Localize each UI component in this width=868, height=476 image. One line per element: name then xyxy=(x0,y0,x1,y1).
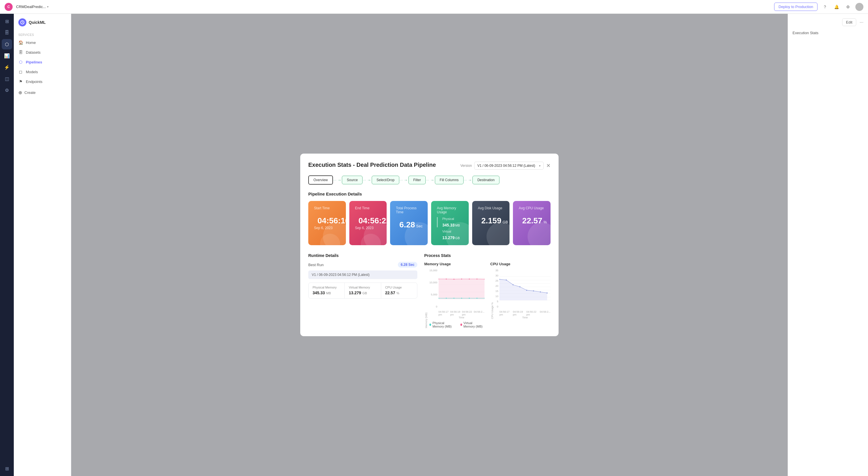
card-decor-cpu xyxy=(528,222,551,245)
physical-mem-row: Physical xyxy=(442,217,460,220)
stat-cards: Start Time 04:56:16 PM Sep 6, 2023 End T… xyxy=(308,201,551,245)
sidebar-icon-layers[interactable]: ◫ xyxy=(2,73,12,84)
step-connector-4: ··· xyxy=(426,179,429,182)
card-start-label: Start Time xyxy=(314,206,340,210)
gear-icon[interactable]: ⚙ xyxy=(844,3,852,11)
bell-icon[interactable]: 🔔 xyxy=(832,3,840,11)
quickml-logo xyxy=(19,19,26,26)
process-stats-title: Process Stats xyxy=(424,253,551,258)
legend-physical-label: Physical Memory (MB) xyxy=(433,321,456,328)
metric-physical-value-row: 345.33 MB xyxy=(313,290,340,295)
sidebar-item-datasets[interactable]: 🗄 Datasets xyxy=(14,48,71,57)
runtime-title: Runtime Details xyxy=(308,253,417,258)
svg-point-16 xyxy=(469,298,470,299)
legend-virtual-label: Virtual Memory (MB) xyxy=(464,321,485,328)
topbar-icons: ? 🔔 ⚙ xyxy=(821,3,863,11)
sidebar-icon-pipeline[interactable]: ⬡ xyxy=(2,39,12,49)
metrics-row: Physical Memory 345.33 MB Virtual Memory… xyxy=(308,282,417,299)
version-badge: V1 / 06-09-2023 04:56:12 PM (Latest) xyxy=(308,270,417,279)
execution-stats-modal: Execution Stats - Deal Prediction Data P… xyxy=(300,154,559,336)
user-avatar[interactable] xyxy=(856,3,863,11)
sidebar-icon-database[interactable]: 🗄 xyxy=(2,28,12,38)
sidebar-icon-analytics[interactable]: 📊 xyxy=(2,51,12,61)
metric-physical-value: 345.33 xyxy=(313,291,325,295)
metric-virtual: Virtual Memory 13.279 GB xyxy=(345,283,381,298)
card-memory-label: Avg Memory Usage xyxy=(437,206,463,214)
metric-physical: Physical Memory 345.33 MB xyxy=(309,283,345,298)
svg-point-29 xyxy=(513,284,514,286)
mem-x-label-2: 04:56:19 pm xyxy=(451,310,462,316)
cpu-x-axis-label: Time xyxy=(499,316,551,319)
card-cpu: Avg CPU Usage 22.57 % xyxy=(513,201,551,245)
step-destination[interactable]: Destination xyxy=(472,176,499,184)
main-layout: ⊞ 🗄 ⬡ 📊 ⚡ ◫ ⚙ ⊞ QuickML Services 🏠 Home … xyxy=(0,14,868,476)
card-decor-disk xyxy=(487,222,509,245)
svg-point-14 xyxy=(453,298,454,299)
svg-point-6 xyxy=(446,278,446,279)
cpu-chart-with-y: 35 30 25 20 15 10 5 0 xyxy=(495,268,551,319)
plus-icon: ⊕ xyxy=(19,90,22,95)
sidebar-icon-grid[interactable]: ⊞ xyxy=(2,16,12,26)
sidebar-icon-create[interactable]: ⊞ xyxy=(2,464,12,474)
modal-header: Execution Stats - Deal Prediction Data P… xyxy=(308,161,551,170)
memory-chart-area: Memory (MB) 15,000 10,000 5,000 0 xyxy=(424,268,485,328)
sidebar-item-home[interactable]: 🏠 Home xyxy=(14,38,71,48)
sidebar-item-pipelines[interactable]: ⬡ Pipelines xyxy=(14,57,71,67)
pipeline-steps: Overview ··· → Source ··· → Select/Drop … xyxy=(308,175,551,185)
chevron-down-icon[interactable]: ▾ xyxy=(47,5,49,8)
services-label: Services xyxy=(14,31,71,38)
card-memory: Avg Memory Usage Physical 345.33 MB xyxy=(431,201,469,245)
legend-physical: Physical Memory (MB) xyxy=(429,321,456,328)
svg-point-28 xyxy=(506,279,507,281)
sidebar-icon-zap[interactable]: ⚡ xyxy=(2,62,12,72)
card-process-time: Total Process Time 6.28 Sec xyxy=(390,201,428,245)
sidebar-item-models[interactable]: ◻ Models xyxy=(14,67,71,77)
cpu-y-5: 5 xyxy=(497,300,498,303)
step-fillcolumns[interactable]: Fill Columns xyxy=(435,176,464,184)
metric-cpu: CPU Usage 22.57 % xyxy=(381,283,417,298)
step-source[interactable]: Source xyxy=(342,176,363,184)
step-connector-5: ··· xyxy=(464,179,467,182)
version-select[interactable]: V1 / 06-09-2023 04:56:12 PM (Latest) xyxy=(474,161,544,170)
memory-chart-container: Memory Usage Memory (MB) 15,000 10,000 xyxy=(424,262,485,328)
mem-x-label-4: 04:56:2... xyxy=(474,310,485,316)
more-options-button[interactable]: ··· xyxy=(860,20,863,25)
create-button[interactable]: ⊕ Create xyxy=(14,86,71,99)
legend-virtual: Virtual Memory (MB) xyxy=(460,321,485,328)
endpoints-icon: ⚑ xyxy=(19,79,23,84)
cpu-y-0: 0 xyxy=(497,305,498,308)
memory-y-axis-label: Memory (MB) xyxy=(424,268,428,328)
card-end-time: End Time 04:56:22 PM Sep 6, 2023 xyxy=(349,201,387,245)
sidebar-item-endpoints[interactable]: ⚑ Endpoints xyxy=(14,77,71,86)
modal-title: Execution Stats - Deal Prediction Data P… xyxy=(308,161,436,168)
help-icon[interactable]: ? xyxy=(821,3,829,11)
mem-y-label-1: 15,000 xyxy=(429,269,437,272)
svg-point-32 xyxy=(533,291,534,292)
svg-point-34 xyxy=(547,293,548,294)
cpu-y-15: 15 xyxy=(495,290,498,293)
svg-point-8 xyxy=(461,278,462,279)
metric-virtual-value: 13.279 xyxy=(349,291,361,295)
memory-chart-svg xyxy=(439,268,485,309)
mem-x-label-3: 04:56:22 pm xyxy=(462,310,474,316)
sidebar-wide: QuickML Services 🏠 Home 🗄 Datasets ⬡ Pip… xyxy=(14,14,71,476)
cpu-y-30: 30 xyxy=(495,274,498,277)
sidebar-logo-row: QuickML xyxy=(14,19,71,31)
svg-point-17 xyxy=(476,298,477,299)
sidebar-icon-settings[interactable]: ⚙ xyxy=(2,85,12,95)
step-selectdrop[interactable]: Select/Drop xyxy=(372,176,400,184)
svg-point-33 xyxy=(540,291,541,293)
edit-button[interactable]: Edit xyxy=(842,19,856,26)
memory-x-labels: 04:56:17 pm 04:56:19 pm 04:56:22 pm 04:5… xyxy=(439,310,485,316)
svg-point-31 xyxy=(526,290,527,291)
modal-close-button[interactable]: ✕ xyxy=(546,162,551,169)
mem-y-label-4: 0 xyxy=(436,305,437,308)
memory-chart-with-y: 15,000 10,000 5,000 0 xyxy=(429,268,485,319)
right-panel-header: Edit ··· xyxy=(793,19,863,26)
svg-point-9 xyxy=(469,278,470,279)
step-filter[interactable]: Filter xyxy=(408,176,426,184)
content-area: Execution Stats - Deal Prediction Data P… xyxy=(71,14,787,476)
charts-row: Memory Usage Memory (MB) 15,000 10,000 xyxy=(424,262,551,328)
step-overview[interactable]: Overview xyxy=(308,175,333,185)
deploy-button[interactable]: Deploy to Production xyxy=(774,3,817,11)
